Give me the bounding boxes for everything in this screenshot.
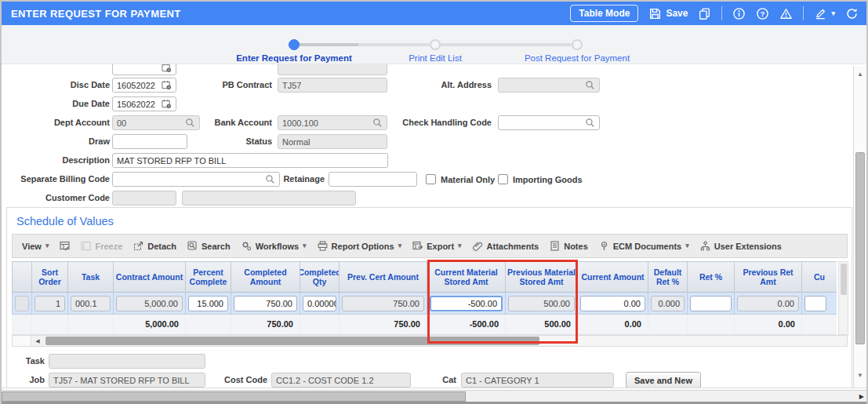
- material-only-checkbox[interactable]: [426, 174, 436, 184]
- cell-completed-qty-input[interactable]: 0.00000: [303, 296, 336, 311]
- refresh-button[interactable]: [845, 7, 859, 20]
- col-contract-amount[interactable]: Contract Amount: [114, 262, 186, 292]
- total-previous-ret-amt: 0.00: [735, 315, 802, 334]
- detach-button[interactable]: Detach: [133, 241, 176, 251]
- warnings-button[interactable]: [779, 7, 793, 20]
- search-icon[interactable]: [585, 80, 595, 90]
- cell-clipped-input[interactable]: [804, 296, 826, 311]
- save-and-new-button[interactable]: Save and New: [626, 372, 701, 388]
- col-default-ret-pct[interactable]: Default Ret %: [648, 262, 688, 292]
- col-percent-complete[interactable]: Percent Complete: [186, 262, 231, 292]
- check-handling-code-label: Check Handling Code: [378, 115, 492, 130]
- title-bar: ENTER REQUEST FOR PAYMENT Table Mode Sav…: [2, 2, 866, 25]
- col-completed-amount[interactable]: Completed Amount: [231, 262, 300, 292]
- payment-form: Disc Date 16052022 Due Date 15062022 Dep…: [2, 64, 852, 207]
- table-mode-button[interactable]: Table Mode: [570, 5, 638, 22]
- customer-field-clipped: [278, 64, 387, 75]
- job-field: TJ57 - MAT STORED RFP TO BILL: [49, 373, 205, 388]
- date-field-clipped[interactable]: [112, 64, 176, 75]
- chevron-down-icon: ▾: [458, 242, 462, 249]
- search-button[interactable]: Search: [187, 241, 231, 251]
- scroll-right-button[interactable]: ▶: [859, 393, 864, 400]
- customer-code-description-field: [182, 191, 356, 206]
- disc-date-field[interactable]: 16052022: [112, 78, 176, 93]
- workflows-menu[interactable]: Workflows ▾: [242, 241, 307, 251]
- col-current-amount[interactable]: Current Amount: [578, 262, 648, 292]
- cell-current-material-stored-input[interactable]: -500.00: [430, 296, 503, 311]
- chevron-down-icon: ▾: [303, 242, 307, 249]
- cell-percent-complete-input[interactable]: 15.000: [188, 296, 228, 311]
- query-by-example-button[interactable]: [60, 241, 70, 251]
- search-icon[interactable]: [265, 174, 275, 184]
- importing-goods-label: Importing Goods: [513, 174, 583, 185]
- grid-vertical-scrollbar[interactable]: [838, 261, 848, 335]
- vertical-scrollbar-thumb[interactable]: [855, 152, 865, 344]
- export-menu[interactable]: Export ▾: [412, 241, 461, 251]
- col-ret-pct[interactable]: Ret %: [688, 262, 735, 292]
- col-task[interactable]: Task: [68, 262, 114, 292]
- calendar-icon[interactable]: [162, 99, 172, 109]
- grid-scroll-left-button[interactable]: ◀: [31, 336, 44, 346]
- draw-field[interactable]: [112, 134, 187, 149]
- grid-toolbar: View ▾ Freeze Detach Search Workflows: [12, 234, 848, 258]
- calendar-icon[interactable]: [162, 64, 172, 73]
- page-horizontal-scrollbar: ▶: [2, 390, 866, 402]
- edit-pencil-icon: [814, 7, 827, 20]
- pb-contract-label: PB Contract: [182, 78, 272, 93]
- chevron-down-icon: ▾: [398, 242, 402, 249]
- grid-scrollbar-track[interactable]: [44, 336, 847, 346]
- scroll-down-button[interactable]: ▼: [854, 369, 866, 381]
- user-extensions-button[interactable]: User Extensions: [700, 241, 782, 251]
- calendar-icon[interactable]: [162, 80, 172, 90]
- ecm-documents-menu[interactable]: ECM Documents ▾: [599, 241, 689, 251]
- step-label-post-request[interactable]: Post Request for Payment: [491, 53, 663, 63]
- importing-goods-checkbox[interactable]: [498, 174, 508, 184]
- duplicate-record-button[interactable]: [698, 7, 711, 20]
- search-icon[interactable]: [585, 118, 595, 128]
- row-selector[interactable]: [15, 296, 29, 311]
- notes-icon: [550, 241, 560, 251]
- cat-label: Cat: [437, 373, 456, 388]
- report-options-menu[interactable]: Report Options ▾: [318, 241, 402, 251]
- col-current-material-stored-amt[interactable]: Current Material Stored Amt: [427, 262, 506, 292]
- step-dot-print-edit-list[interactable]: [430, 39, 441, 50]
- chevron-down-icon: ▾: [685, 242, 689, 249]
- cell-default-ret-pct: 0.000: [651, 296, 685, 311]
- col-previous-ret-amt[interactable]: Previous Ret Amt: [735, 262, 802, 292]
- disc-date-label: Disc Date: [9, 78, 110, 93]
- scroll-up-button[interactable]: ▲: [854, 67, 866, 80]
- paperclip-icon: [473, 241, 483, 251]
- help-button[interactable]: ?: [756, 7, 769, 20]
- cell-ret-pct-input[interactable]: [690, 296, 732, 311]
- info-button[interactable]: [732, 7, 746, 20]
- view-menu[interactable]: View ▾: [22, 242, 49, 251]
- retainage-field[interactable]: [329, 172, 417, 187]
- separate-billing-code-label: Separate Billing Code: [9, 172, 110, 187]
- col-clipped[interactable]: Cu: [802, 262, 837, 292]
- notes-button[interactable]: Notes: [550, 241, 588, 251]
- step-dot-enter-request[interactable]: [289, 39, 300, 50]
- info-icon: [732, 7, 746, 20]
- check-handling-code-field[interactable]: [498, 115, 600, 130]
- grid-scrollbar-thumb[interactable]: [45, 337, 539, 345]
- grid-vertical-scrollbar-thumb[interactable]: [841, 264, 847, 295]
- edit-menu-button[interactable]: ▾: [814, 7, 835, 20]
- description-field[interactable]: MAT STORED RFP TO BILL: [112, 153, 388, 168]
- col-sort-order[interactable]: Sort Order: [32, 262, 68, 292]
- col-completed-qty[interactable]: Completed Qty: [300, 262, 340, 292]
- attachments-button[interactable]: Attachments: [473, 241, 539, 251]
- due-date-field[interactable]: 15062022: [112, 96, 176, 111]
- save-button[interactable]: Save: [648, 7, 688, 20]
- panel-bottom-divider: [2, 388, 866, 388]
- col-prev-cert-amount[interactable]: Prev. Cert Amount: [340, 262, 427, 292]
- cell-prev-cert-amount: 750.00: [342, 296, 424, 311]
- refresh-icon: [845, 7, 859, 20]
- cell-completed-amount-input[interactable]: 750.00: [234, 296, 297, 311]
- cost-code-label: Cost Code: [220, 373, 267, 388]
- separate-billing-code-field[interactable]: [112, 172, 280, 187]
- horizontal-scrollbar-thumb[interactable]: [2, 391, 466, 402]
- freeze-button: Freeze: [81, 241, 122, 251]
- col-previous-material-stored-amt[interactable]: Previous Material Stored Amt: [506, 262, 578, 292]
- cell-current-amount-input[interactable]: 0.00: [580, 296, 645, 311]
- step-dot-post-request[interactable]: [572, 39, 583, 50]
